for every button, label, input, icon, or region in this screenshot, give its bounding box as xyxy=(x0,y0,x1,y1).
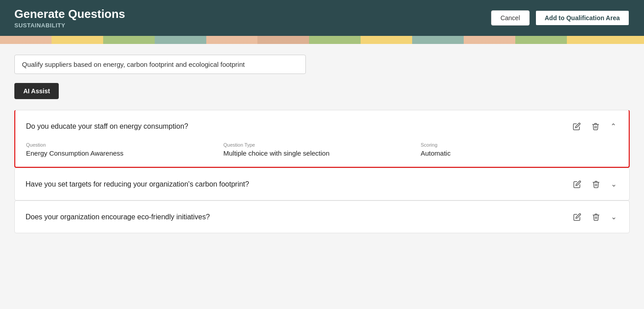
page-subtitle: Sustainability xyxy=(14,22,125,29)
delete-button-1[interactable] xyxy=(590,121,601,132)
type-value: Multiple choice with single selection xyxy=(223,149,421,157)
main-content: AI Assist Do you educate your staff on e… xyxy=(0,44,644,309)
pencil-icon xyxy=(573,122,581,131)
scoring-label: Scoring xyxy=(421,142,618,148)
question-text-2: Have you set targets for reducing your o… xyxy=(26,180,249,188)
decorative-banner xyxy=(0,36,644,44)
question-card-1: Do you educate your staff on energy cons… xyxy=(14,110,630,168)
cancel-button[interactable]: Cancel xyxy=(491,10,530,26)
edit-button-1[interactable] xyxy=(571,121,583,132)
question-actions-1: ⌃ xyxy=(571,120,618,132)
edit-button-3[interactable] xyxy=(571,211,583,223)
question-text-3: Does your organization encourage eco-fri… xyxy=(26,213,210,221)
question-card-3: Does your organization encourage eco-fri… xyxy=(14,200,630,233)
topic-input-row xyxy=(14,55,630,74)
pencil-icon xyxy=(573,180,581,188)
edit-button-2[interactable] xyxy=(571,178,583,190)
question-header-3: Does your organization encourage eco-fri… xyxy=(15,201,629,233)
page-title: Generate Questions xyxy=(14,7,125,21)
expand-button-2[interactable]: ⌄ xyxy=(609,178,618,190)
detail-question-col: Question Energy Consumption Awareness xyxy=(26,142,223,157)
question-header-2: Have you set targets for reducing your o… xyxy=(15,168,629,200)
page-header: Generate Questions Sustainability Cancel… xyxy=(0,0,644,36)
question-label: Question xyxy=(26,142,223,148)
add-to-qualification-button[interactable]: Add to Qualification Area xyxy=(535,10,630,26)
question-text-1: Do you educate your staff on energy cons… xyxy=(26,122,188,131)
trash-icon xyxy=(592,122,600,131)
scoring-value: Automatic xyxy=(421,149,618,157)
question-value: Energy Consumption Awareness xyxy=(26,149,223,157)
header-actions: Cancel Add to Qualification Area xyxy=(491,10,630,26)
delete-button-2[interactable] xyxy=(590,178,602,190)
pencil-icon xyxy=(573,213,581,221)
question-card-2: Have you set targets for reducing your o… xyxy=(14,168,630,200)
expand-button-3[interactable]: ⌄ xyxy=(609,211,618,223)
detail-scoring-col: Scoring Automatic xyxy=(421,142,618,157)
question-header-1: Do you educate your staff on energy cons… xyxy=(15,110,629,142)
question-details-1: Question Energy Consumption Awareness Qu… xyxy=(15,142,629,167)
ai-assist-button[interactable]: AI Assist xyxy=(14,83,59,99)
header-left: Generate Questions Sustainability xyxy=(14,7,125,29)
delete-button-3[interactable] xyxy=(590,211,602,223)
collapse-button-1[interactable]: ⌃ xyxy=(609,120,618,132)
detail-type-col: Question Type Multiple choice with singl… xyxy=(223,142,421,157)
type-label: Question Type xyxy=(223,142,421,148)
trash-icon xyxy=(592,213,600,221)
question-actions-3: ⌄ xyxy=(571,211,618,223)
question-actions-2: ⌄ xyxy=(571,178,618,190)
topic-input[interactable] xyxy=(14,55,306,74)
trash-icon xyxy=(592,180,600,188)
